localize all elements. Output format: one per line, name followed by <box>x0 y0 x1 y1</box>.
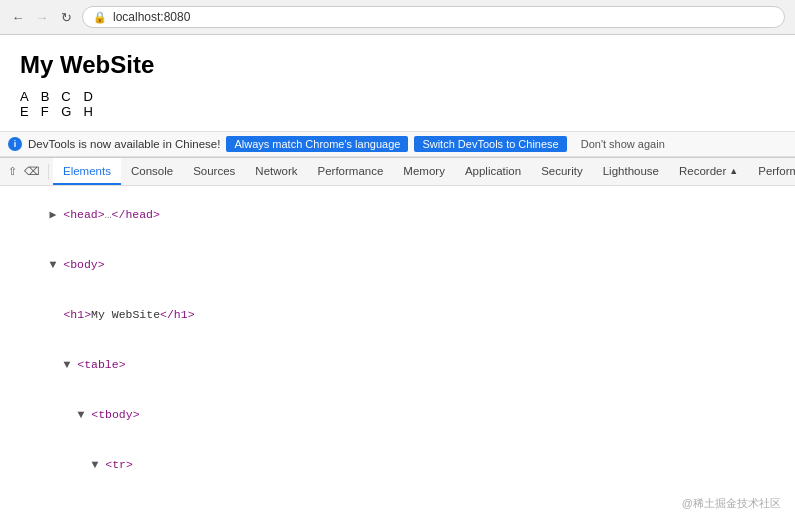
select-element-icon[interactable]: ⇧ <box>4 164 20 180</box>
tree-node-tbody[interactable]: ▼ <tbody> <box>0 390 795 440</box>
table-cell: D <box>83 89 104 104</box>
dismiss-notify-button[interactable]: Don't show again <box>573 136 673 152</box>
tab-security[interactable]: Security <box>531 158 593 185</box>
recorder-icon: ▲ <box>729 166 738 176</box>
table-cell: G <box>61 104 83 119</box>
tree-node-head[interactable]: ▶ <head>…</head> <box>0 190 795 240</box>
switch-to-chinese-button[interactable]: Switch DevTools to Chinese <box>414 136 566 152</box>
tab-console[interactable]: Console <box>121 158 183 185</box>
tab-sources[interactable]: Sources <box>183 158 245 185</box>
lock-icon: 🔒 <box>93 11 107 24</box>
page-content: My WebSite A B C D E F G H <box>0 35 795 131</box>
table-cell: E <box>20 104 41 119</box>
notify-message: DevTools is now available in Chinese! <box>28 138 220 150</box>
table-row: E F G H <box>20 104 105 119</box>
table-cell: C <box>61 89 83 104</box>
devtools-icon-buttons: ⇧ ⌫ <box>4 164 49 180</box>
tree-node-table[interactable]: ▼ <table> <box>0 340 795 390</box>
tree-node-tr1[interactable]: ▼ <tr> <box>0 440 795 476</box>
tree-node-body[interactable]: ▼ <body> <box>0 240 795 290</box>
elements-panel[interactable]: ▶ <head>…</head> ▼ <body> <h1>My WebSite… <box>0 186 795 476</box>
tab-performance[interactable]: Performance <box>308 158 394 185</box>
page-table: A B C D E F G H <box>20 89 105 119</box>
tab-performance-insights[interactable]: Performance insights ▲ <box>748 158 795 185</box>
tab-lighthouse[interactable]: Lighthouse <box>593 158 669 185</box>
table-cell: B <box>41 89 62 104</box>
devtools-notification: i DevTools is now available in Chinese! … <box>0 131 795 157</box>
url-text: localhost:8080 <box>113 10 190 24</box>
always-match-language-button[interactable]: Always match Chrome's language <box>226 136 408 152</box>
back-button[interactable]: ← <box>10 9 26 25</box>
table-cell: A <box>20 89 41 104</box>
tab-elements[interactable]: Elements <box>53 158 121 185</box>
tab-network[interactable]: Network <box>245 158 307 185</box>
tree-node-h1[interactable]: <h1>My WebSite</h1> <box>0 290 795 340</box>
devtools-tabs: ⇧ ⌫ Elements Console Sources Network Per… <box>0 158 795 186</box>
device-toolbar-icon[interactable]: ⌫ <box>24 164 40 180</box>
tab-recorder[interactable]: Recorder ▲ <box>669 158 748 185</box>
table-cell: F <box>41 104 62 119</box>
tab-application[interactable]: Application <box>455 158 531 185</box>
devtools-panel: ⇧ ⌫ Elements Console Sources Network Per… <box>0 157 795 476</box>
tab-memory[interactable]: Memory <box>393 158 455 185</box>
table-cell: H <box>83 104 104 119</box>
info-icon: i <box>8 137 22 151</box>
address-bar[interactable]: 🔒 localhost:8080 <box>82 6 785 28</box>
reload-button[interactable]: ↻ <box>58 9 74 25</box>
browser-chrome: ← → ↻ 🔒 localhost:8080 <box>0 0 795 35</box>
table-row: A B C D <box>20 89 105 104</box>
page-title: My WebSite <box>20 51 775 79</box>
forward-button[interactable]: → <box>34 9 50 25</box>
